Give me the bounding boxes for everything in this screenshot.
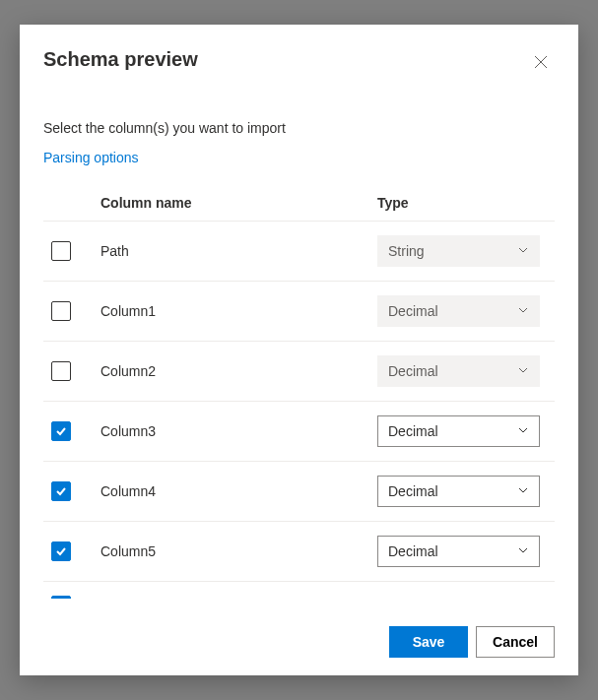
- type-cell: Decimal: [377, 476, 555, 507]
- type-cell: Decimal: [377, 355, 555, 387]
- chevron-down-icon: [517, 363, 529, 379]
- cancel-button[interactable]: Cancel: [476, 626, 555, 658]
- table-row: Column2Decimal: [43, 341, 555, 401]
- type-value: Decimal: [388, 543, 438, 559]
- type-dropdown: Decimal: [377, 355, 540, 387]
- row-checkbox[interactable]: [51, 481, 71, 501]
- columns-table: Column name Type PathStringColumn1Decima…: [43, 185, 555, 599]
- row-checkbox[interactable]: [51, 361, 71, 381]
- schema-preview-modal: Schema preview Select the column(s) you …: [20, 25, 578, 675]
- row-checkbox[interactable]: [51, 541, 71, 561]
- header-type: Type: [377, 195, 555, 211]
- table-row: Column5Decimal: [43, 521, 555, 581]
- type-value: String: [388, 243, 425, 259]
- columns-scroll-area[interactable]: Column name Type PathStringColumn1Decima…: [43, 185, 555, 608]
- modal-subtitle: Select the column(s) you want to import: [43, 120, 555, 136]
- type-cell: String: [377, 235, 555, 267]
- column-name: Column5: [100, 543, 377, 559]
- type-value: Decimal: [388, 483, 438, 499]
- type-cell: Decimal: [377, 536, 555, 567]
- type-dropdown[interactable]: Decimal: [377, 476, 540, 507]
- close-button[interactable]: [527, 48, 555, 76]
- type-value: Decimal: [388, 363, 438, 379]
- column-name: Column3: [100, 423, 377, 439]
- modal-header: Schema preview: [43, 48, 555, 76]
- table-row: Column1Decimal: [43, 281, 555, 341]
- row-checkbox[interactable]: [51, 301, 71, 321]
- type-dropdown[interactable]: Decimal: [377, 415, 540, 447]
- column-name: Column1: [100, 303, 377, 319]
- modal-footer: Save Cancel: [43, 608, 555, 658]
- table-row: [43, 581, 555, 599]
- type-dropdown[interactable]: Decimal: [377, 536, 540, 567]
- chevron-down-icon: [517, 423, 529, 439]
- chevron-down-icon: [517, 543, 529, 559]
- row-checkbox[interactable]: [51, 421, 71, 441]
- checkbox-cell: [51, 361, 100, 381]
- modal-title: Schema preview: [43, 48, 198, 71]
- checkbox-cell: [51, 596, 100, 599]
- header-name: Column name: [100, 195, 377, 211]
- chevron-down-icon: [517, 303, 529, 319]
- type-dropdown: Decimal: [377, 295, 540, 327]
- row-checkbox[interactable]: [51, 596, 71, 599]
- type-value: Decimal: [388, 423, 438, 439]
- chevron-down-icon: [517, 483, 529, 499]
- checkbox-cell: [51, 541, 100, 561]
- close-icon: [534, 55, 548, 69]
- chevron-down-icon: [517, 243, 529, 259]
- checkbox-cell: [51, 241, 100, 261]
- column-name: Column2: [100, 363, 377, 379]
- type-dropdown: String: [377, 235, 540, 267]
- column-name: Path: [100, 243, 377, 259]
- checkbox-cell: [51, 481, 100, 501]
- row-checkbox[interactable]: [51, 241, 71, 261]
- table-header: Column name Type: [43, 185, 555, 221]
- parsing-options-link[interactable]: Parsing options: [43, 150, 555, 165]
- table-row: PathString: [43, 221, 555, 281]
- save-button[interactable]: Save: [389, 626, 468, 658]
- checkbox-cell: [51, 301, 100, 321]
- checkbox-cell: [51, 421, 100, 441]
- type-cell: Decimal: [377, 295, 555, 327]
- type-cell: Decimal: [377, 415, 555, 447]
- type-value: Decimal: [388, 303, 438, 319]
- table-row: Column4Decimal: [43, 461, 555, 521]
- table-row: Column3Decimal: [43, 401, 555, 461]
- column-name: Column4: [100, 483, 377, 499]
